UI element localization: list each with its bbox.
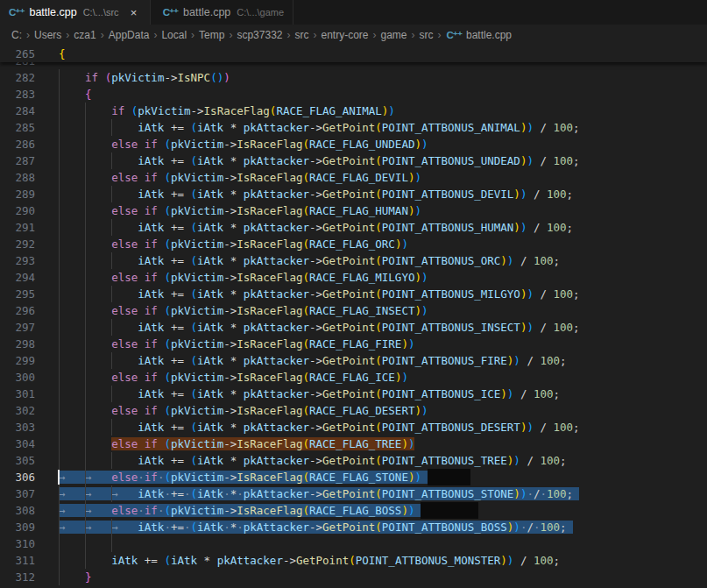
whitespace-tab-icon: → [85, 485, 111, 502]
indent-guide [59, 319, 60, 336]
breadcrumb-item[interactable]: cza1 [73, 29, 96, 41]
tab-battle-cpp-game[interactable]: C⁺⁺ battle.cpp C:\...\game [151, 0, 293, 25]
code-line[interactable]: 301iAtk += (iAtk * pkAttacker->GetPoint(… [0, 386, 707, 402]
selection-highlight: →→→iAtk·+=·(iAtk·*·pkAttacker->GetPoint(… [59, 487, 579, 500]
whitespace-dot-icon: · [237, 487, 244, 500]
indent-guide [85, 152, 86, 169]
code-line[interactable]: 311iAtk += (iAtk * pkAttacker->GetPoint(… [0, 552, 707, 569]
selection-highlight: →→else·if·(pkVictim->IsRaceFlag(RACE_FLA… [59, 504, 421, 517]
indent-guide [59, 286, 60, 302]
code-line[interactable]: 312} [0, 569, 707, 585]
code-line[interactable]: 288else if (pkVictim->IsRaceFlag(RACE_FL… [0, 169, 707, 186]
cpp-file-icon: C⁺⁺ [163, 6, 178, 18]
cpp-file-icon: C⁺⁺ [9, 6, 24, 18]
indent-guide [85, 469, 86, 485]
code-line[interactable]: 296else if (pkVictim->IsRaceFlag(RACE_FL… [0, 302, 707, 319]
code-line[interactable]: 298else if (pkVictim->IsRaceFlag(RACE_FL… [0, 336, 707, 352]
code-line[interactable]: 286else if (pkVictim->IsRaceFlag(RACE_FL… [0, 136, 707, 152]
code-line[interactable]: 308→→else·if·(pkVictim->IsRaceFlag(RACE_… [0, 502, 707, 519]
indent-guide [85, 302, 86, 319]
indent-guide [59, 419, 60, 436]
code-line[interactable]: 285iAtk += (iAtk * pkAttacker->GetPoint(… [0, 119, 707, 136]
sticky-scroll-line[interactable]: 265{ [0, 46, 707, 62]
whitespace-dot-icon: · [540, 487, 547, 500]
line-number: 286 [0, 136, 35, 152]
code-line[interactable]: 302else if (pkVictim->IsRaceFlag(RACE_FL… [0, 402, 707, 419]
code-line[interactable]: 307→→→iAtk·+=·(iAtk·*·pkAttacker->GetPoi… [0, 485, 707, 502]
breadcrumb-item[interactable]: entry-core [320, 29, 369, 41]
tab-label: battle.cpp [29, 6, 76, 18]
tab-bar: C⁺⁺ battle.cpp C:\...\src × C⁺⁺ battle.c… [0, 0, 707, 25]
line-number: 294 [0, 269, 35, 286]
breadcrumb-item[interactable]: Local [160, 29, 187, 41]
chevron-right-icon: › [62, 29, 73, 41]
code-editor[interactable]: 281282if (pkVictim->IsNPC())283{284if (p… [0, 46, 707, 588]
indent-guide [59, 502, 60, 519]
code-line[interactable]: 303iAtk += (iAtk * pkAttacker->GetPoint(… [0, 419, 707, 436]
line-number: 291 [0, 219, 35, 236]
code-line[interactable]: 289iAtk += (iAtk * pkAttacker->GetPoint(… [0, 186, 707, 202]
breadcrumb-item[interactable]: C: [11, 29, 23, 41]
indent-guide [59, 569, 60, 585]
code-line[interactable]: 300else if (pkVictim->IsRaceFlag(RACE_FL… [0, 369, 707, 386]
code-line[interactable]: 292else if (pkVictim->IsRaceFlag(RACE_FL… [0, 236, 707, 252]
breadcrumb-item[interactable]: game [380, 29, 408, 41]
line-number: 309 [0, 519, 35, 535]
whitespace-dot-icon: · [223, 521, 230, 534]
tab-battle-cpp-src[interactable]: C⁺⁺ battle.cpp C:\...\src × [0, 0, 151, 25]
code-line[interactable]: 295iAtk += (iAtk * pkAttacker->GetPoint(… [0, 286, 707, 302]
line-number: 282 [0, 69, 35, 86]
indent-guide [111, 519, 112, 535]
indent-guide [59, 552, 60, 569]
breadcrumb-item[interactable]: battle.cpp [465, 29, 513, 41]
indent-guide [85, 436, 86, 452]
breadcrumb-item[interactable]: Users [33, 29, 62, 41]
close-icon[interactable]: × [127, 6, 141, 19]
code-line[interactable]: 293iAtk += (iAtk * pkAttacker->GetPoint(… [0, 252, 707, 269]
chevron-right-icon: › [97, 29, 108, 41]
indent-guide [59, 436, 60, 452]
indent-guide [59, 219, 60, 236]
whitespace-tab-icon: → [59, 485, 85, 502]
code-line[interactable]: 304else if (pkVictim->IsRaceFlag(RACE_FL… [0, 436, 707, 452]
indent-guide [85, 169, 86, 186]
breadcrumb-item[interactable]: AppData [108, 29, 151, 41]
line-number: 302 [0, 402, 35, 419]
code-line[interactable]: 287iAtk += (iAtk * pkAttacker->GetPoint(… [0, 152, 707, 169]
indent-guide [59, 452, 60, 469]
code-line[interactable]: 290else if (pkVictim->IsRaceFlag(RACE_FL… [0, 202, 707, 219]
indent-guide [59, 369, 60, 386]
indent-guide [59, 302, 60, 319]
breadcrumb-item[interactable]: scp37332 [236, 29, 283, 41]
code-line[interactable]: 291iAtk += (iAtk * pkAttacker->GetPoint(… [0, 219, 707, 236]
code-line[interactable]: 305iAtk += (iAtk * pkAttacker->GetPoint(… [0, 452, 707, 469]
code-line[interactable]: 284if (pkVictim->IsRaceFlag(RACE_FLAG_AN… [0, 103, 707, 119]
line-number: 308 [0, 502, 35, 519]
code-line[interactable]: 294else if (pkVictim->IsRaceFlag(RACE_FL… [0, 269, 707, 286]
code-line[interactable]: 299iAtk += (iAtk * pkAttacker->GetPoint(… [0, 352, 707, 369]
code-line[interactable]: 283{ [0, 86, 707, 103]
line-number: 290 [0, 202, 35, 219]
indent-guide [111, 119, 112, 136]
code-line[interactable]: 297iAtk += (iAtk * pkAttacker->GetPoint(… [0, 319, 707, 336]
chevron-right-icon: › [225, 29, 236, 41]
indent-guide [59, 86, 60, 103]
indent-guide [111, 535, 112, 552]
breadcrumb-item[interactable]: src [419, 29, 435, 41]
code-line[interactable]: 282if (pkVictim->IsNPC()) [0, 69, 707, 86]
line-number: 310 [0, 535, 35, 552]
breadcrumb-item[interactable]: Temp [198, 29, 225, 41]
indent-guide [85, 236, 86, 252]
indent-guide [85, 502, 86, 519]
code-line[interactable]: 310 [0, 535, 707, 552]
whitespace-dot-icon: · [527, 487, 534, 500]
code-line[interactable]: 306→→else·if·(pkVictim->IsRaceFlag(RACE_… [0, 469, 707, 485]
breadcrumb-item[interactable]: src [293, 29, 309, 41]
whitespace-tab-icon: → [111, 485, 138, 502]
indent-guide [59, 336, 60, 352]
line-number: 265 [0, 46, 35, 62]
chevron-right-icon: › [435, 29, 445, 41]
code-line[interactable]: 309→→→iAtk·+=·(iAtk·*·pkAttacker->GetPoi… [0, 519, 707, 535]
line-number: 303 [0, 419, 35, 436]
line-number: 304 [0, 436, 35, 452]
